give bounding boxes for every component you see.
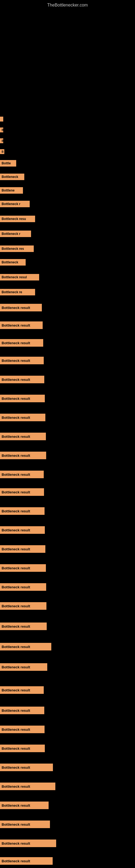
bar-row: Bottleneck result (0, 686, 44, 694)
bottleneck-bar (0, 117, 3, 122)
bar-row: Bottleneck result (0, 471, 44, 478)
bar-row: Bottleneck result (0, 452, 46, 459)
bar-row: Bottleneck result (0, 488, 44, 496)
bottleneck-bar: Bottleneck result (0, 820, 50, 828)
bar-row: Bottleneck (0, 259, 26, 266)
bottleneck-bar: Bottleneck result (0, 622, 47, 630)
bottleneck-bar: Bottleneck res (0, 246, 34, 252)
bottleneck-bar: Bottleneck result (0, 764, 53, 771)
bar-row (0, 117, 3, 122)
bar-row: Bottleneck result (0, 643, 51, 650)
bottleneck-bar: Bottleneck result (0, 643, 51, 650)
bar-row: Bottleneck result (0, 339, 43, 347)
bottleneck-bar: Bottleneck r (0, 201, 30, 207)
bottleneck-bar: Bottleneck result (0, 802, 49, 809)
bottleneck-bar: Bottleneck r (0, 230, 31, 237)
bottleneck-bar: Bottleneck result (0, 663, 47, 671)
bottleneck-bar: Bottleneck result (0, 583, 46, 591)
bottleneck-bar: Bottleneck result (0, 376, 44, 383)
bar-row: Bottleneck result (0, 357, 44, 364)
bottleneck-bar: Bottleneck (0, 259, 26, 266)
bottleneck-bar: Bottleneck result (0, 686, 44, 694)
bar-row: Bottleneck result (0, 526, 45, 534)
bottleneck-bar: Bottleneck result (0, 304, 42, 311)
bottleneck-bar: Bottleneck result (0, 488, 44, 496)
bar-row: Bottleneck (0, 174, 24, 180)
bar-row: Bottleneck result (0, 321, 43, 329)
bar-row: Bottleneck result (0, 395, 45, 402)
bar-row: Bottleneck result (0, 602, 46, 610)
bottleneck-bar: Bottleneck result (0, 339, 43, 347)
bottleneck-bar: B (0, 138, 3, 143)
bar-row: Bottleneck result (0, 820, 50, 828)
bottleneck-bar: Bottleneck result (0, 414, 45, 421)
bottleneck-bar: Bottleneck result (0, 857, 53, 865)
bar-row: Bottleneck result (0, 304, 42, 311)
bar-row: Bottleneck res (0, 246, 34, 252)
bar-row: Bottleneck result (0, 782, 55, 790)
bar-row: B (0, 127, 3, 132)
bar-row: Bottleneck result (0, 725, 45, 733)
bottleneck-bar: Bottleneck result (0, 725, 45, 733)
bottleneck-bar: Bottleneck result (0, 507, 45, 515)
bar-row: Bottleneck result (0, 414, 45, 421)
bar-row: Bottleneck result (0, 545, 45, 553)
bottleneck-bar: Bottlene (0, 187, 23, 194)
bottleneck-bar: Bottleneck result (0, 782, 55, 790)
bottleneck-bar: Bottleneck result (0, 452, 46, 459)
bar-row: Bottleneck result (0, 564, 46, 572)
site-title: TheBottlenecker.com (0, 0, 135, 10)
bottleneck-bar: Bottleneck resu (0, 216, 35, 222)
bottleneck-bar: Bottleneck result (0, 433, 46, 440)
bottleneck-bar: Bottleneck result (0, 526, 45, 534)
bar-row: Bottleneck r (0, 201, 30, 207)
bar-row: Bottleneck result (0, 764, 53, 771)
bar-row: Bottleneck result (0, 802, 49, 809)
bar-row: Bottleneck r (0, 230, 31, 237)
bar-row: Bottleneck result (0, 376, 44, 383)
bar-row: Bottleneck result (0, 622, 47, 630)
bar-row: Bottleneck result (0, 507, 45, 515)
bottleneck-bar: B (0, 127, 3, 132)
bottleneck-bar: Bottleneck result (0, 545, 45, 553)
bar-row: Bottlene (0, 187, 23, 194)
bar-row: Bottleneck result (0, 583, 46, 591)
bottleneck-bar: Bottleneck result (0, 564, 46, 572)
bottleneck-bar: Bottleneck result (0, 357, 44, 364)
bottleneck-bar: Bottleneck result (0, 395, 45, 402)
bar-row: Bottleneck result (0, 745, 45, 752)
bottleneck-bar: Bottleneck re (0, 289, 35, 296)
bar-row: Bottleneck resu (0, 216, 35, 222)
bottleneck-bar: B (0, 149, 4, 154)
bar-row: Bottleneck re (0, 289, 35, 296)
bar-row: Bottleneck result (0, 663, 47, 671)
bar-row: B (0, 149, 4, 154)
bottleneck-bar: Bottleneck result (0, 745, 45, 752)
bar-row: Bottle (0, 160, 16, 166)
bottleneck-bar: Bottleneck result (0, 707, 44, 714)
bar-row: Bottleneck resul (0, 274, 39, 280)
bottleneck-bar: Bottleneck result (0, 839, 56, 847)
bar-row: Bottleneck result (0, 707, 44, 714)
bottleneck-bar: Bottleneck result (0, 471, 44, 478)
bottleneck-bar: Bottleneck result (0, 602, 46, 610)
bar-row: B (0, 138, 3, 143)
bar-row: Bottleneck result (0, 433, 46, 440)
bottleneck-bar: Bottle (0, 160, 16, 166)
bottleneck-bar: Bottleneck (0, 174, 24, 180)
bottleneck-bar: Bottleneck resul (0, 274, 39, 280)
bar-row: Bottleneck result (0, 857, 53, 865)
bottleneck-bar: Bottleneck result (0, 321, 43, 329)
bar-row: Bottleneck result (0, 839, 56, 847)
